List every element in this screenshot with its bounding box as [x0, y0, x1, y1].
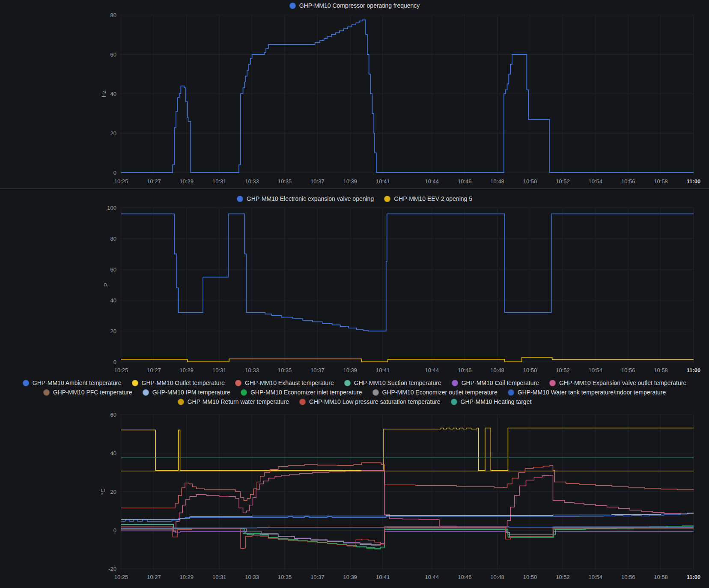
chart-temperatures[interactable]: 10:2510:2710:2910:3110:3310:3510:3710:39… [0, 375, 709, 588]
legend-label: GHP-MM10 EEV-2 opening 5 [394, 195, 472, 202]
svg-text:10:54: 10:54 [589, 574, 603, 580]
svg-text:10:37: 10:37 [310, 367, 325, 373]
svg-text:10:41: 10:41 [376, 178, 390, 185]
legend-item[interactable]: GHP-MM10 Water tank temperature/indoor t… [508, 389, 666, 396]
series-color-dot-icon [384, 196, 390, 202]
legend-temperatures: GHP-MM10 Ambient temperatureGHP-MM10 Out… [0, 378, 709, 406]
svg-text:10:54: 10:54 [589, 367, 603, 373]
legend-item[interactable]: GHP-MM10 Compressor operating frequency [289, 2, 420, 9]
svg-text:20: 20 [110, 328, 116, 334]
svg-text:10:58: 10:58 [654, 574, 668, 580]
series-color-dot-icon [508, 389, 514, 396]
svg-text:10:50: 10:50 [523, 367, 537, 373]
svg-text:-20: -20 [108, 566, 116, 572]
svg-text:10:29: 10:29 [180, 178, 194, 185]
svg-text:11:00: 11:00 [687, 574, 701, 580]
series-color-dot-icon [241, 389, 247, 396]
svg-text:80: 80 [110, 236, 116, 242]
legend-item[interactable]: GHP-MM10 Electronic expansion valve open… [237, 195, 374, 202]
svg-text:10:41: 10:41 [376, 367, 390, 373]
legend-row: GHP-MM10 Electronic expansion valve open… [237, 194, 472, 203]
series-color-dot-icon [549, 380, 556, 386]
series-color-dot-icon [143, 389, 149, 396]
svg-text:10:52: 10:52 [556, 178, 570, 185]
series-color-dot-icon [132, 380, 138, 386]
series-color-dot-icon [452, 380, 458, 386]
svg-text:10:48: 10:48 [490, 367, 504, 373]
svg-text:10:31: 10:31 [212, 574, 226, 580]
legend-row: GHP-MM10 Ambient temperatureGHP-MM10 Out… [23, 378, 686, 388]
svg-text:10:25: 10:25 [114, 574, 128, 580]
svg-text:10:50: 10:50 [523, 574, 537, 580]
legend-label: GHP-MM10 Outlet temperature [142, 379, 225, 386]
svg-text:10:35: 10:35 [278, 367, 292, 373]
svg-text:10:52: 10:52 [556, 574, 570, 580]
legend-item[interactable]: GHP-MM10 Return water temperature [178, 398, 289, 405]
svg-text:10:54: 10:54 [589, 178, 603, 185]
legend-compressor-frequency: GHP-MM10 Compressor operating frequency [0, 1, 709, 10]
legend-row: GHP-MM10 Return water temperatureGHP-MM1… [178, 397, 532, 406]
svg-text:20: 20 [110, 489, 116, 495]
legend-item[interactable]: GHP-MM10 Exhaust temperature [235, 379, 334, 386]
legend-item[interactable]: GHP-MM10 Economizer inlet temperature [241, 389, 362, 396]
svg-text:10:27: 10:27 [147, 367, 161, 373]
svg-text:10:25: 10:25 [114, 367, 128, 373]
svg-text:10:58: 10:58 [654, 367, 668, 373]
series-color-dot-icon [43, 389, 50, 396]
svg-text:10:52: 10:52 [556, 367, 570, 373]
svg-text:10:58: 10:58 [654, 178, 668, 185]
svg-text:40: 40 [110, 297, 116, 304]
legend-item[interactable]: GHP-MM10 Ambient temperature [23, 379, 122, 386]
legend-label: GHP-MM10 Economizer outlet temperature [382, 389, 497, 396]
svg-text:10:31: 10:31 [212, 178, 226, 185]
legend-label: GHP-MM10 PFC temperature [53, 389, 132, 396]
svg-text:10:27: 10:27 [147, 574, 161, 580]
series-color-dot-icon [235, 380, 241, 386]
legend-item[interactable]: GHP-MM10 Economizer outlet temperature [372, 389, 497, 396]
svg-text:40: 40 [110, 450, 116, 457]
svg-text:10:48: 10:48 [490, 574, 504, 580]
svg-text:10:44: 10:44 [425, 178, 439, 185]
panel-expansion-valve-opening: GHP-MM10 Electronic expansion valve open… [0, 188, 709, 375]
legend-item[interactable]: GHP-MM10 IPM temperature [143, 389, 230, 396]
svg-text:10:56: 10:56 [621, 367, 635, 373]
series-color-dot-icon [178, 399, 184, 405]
legend-item[interactable]: GHP-MM10 Heating target [451, 398, 532, 405]
svg-text:10:50: 10:50 [523, 178, 537, 185]
svg-text:10:33: 10:33 [245, 367, 259, 373]
svg-text:60: 60 [110, 266, 116, 273]
chart-expansion-valve-opening[interactable]: 10:2510:2710:2910:3110:3310:3510:3710:39… [0, 189, 709, 375]
svg-text:10:35: 10:35 [278, 178, 292, 185]
legend-item[interactable]: GHP-MM10 EEV-2 opening 5 [384, 195, 472, 202]
svg-text:10:33: 10:33 [245, 178, 259, 185]
svg-text:10:29: 10:29 [180, 574, 194, 580]
svg-text:0: 0 [113, 170, 116, 176]
legend-label: GHP-MM10 Electronic expansion valve open… [247, 195, 374, 202]
panel-compressor-frequency: GHP-MM10 Compressor operating frequency … [0, 0, 709, 188]
svg-text:10:39: 10:39 [343, 178, 357, 185]
legend-item[interactable]: GHP-MM10 Outlet temperature [132, 379, 225, 386]
legend-label: GHP-MM10 IPM temperature [152, 389, 230, 396]
legend-item[interactable]: GHP-MM10 Low pressure saturation tempera… [299, 398, 441, 405]
legend-item[interactable]: GHP-MM10 Coil temperature [452, 379, 539, 386]
svg-text:60: 60 [110, 51, 116, 58]
svg-text:100: 100 [107, 205, 116, 211]
y-axis-unit-celsius: °C [100, 489, 106, 495]
svg-text:10:46: 10:46 [458, 178, 472, 185]
svg-text:10:39: 10:39 [343, 574, 357, 580]
svg-text:10:25: 10:25 [114, 178, 128, 185]
legend-row: GHP-MM10 PFC temperatureGHP-MM10 IPM tem… [43, 388, 666, 397]
svg-text:10:27: 10:27 [147, 178, 161, 185]
legend-expansion-valve-opening: GHP-MM10 Electronic expansion valve open… [0, 194, 709, 203]
series-color-dot-icon [289, 3, 296, 9]
legend-item[interactable]: GHP-MM10 Expansion valve outlet temperat… [549, 379, 686, 386]
legend-item[interactable]: GHP-MM10 PFC temperature [43, 389, 132, 396]
legend-item[interactable]: GHP-MM10 Suction temperature [344, 379, 441, 386]
svg-text:10:33: 10:33 [245, 574, 259, 580]
legend-label: GHP-MM10 Heating target [461, 398, 532, 405]
legend-row: GHP-MM10 Compressor operating frequency [289, 1, 420, 10]
legend-label: GHP-MM10 Exhaust temperature [245, 379, 334, 386]
svg-text:20: 20 [110, 130, 116, 137]
svg-text:10:39: 10:39 [343, 367, 357, 373]
legend-label: GHP-MM10 Economizer inlet temperature [250, 389, 362, 396]
